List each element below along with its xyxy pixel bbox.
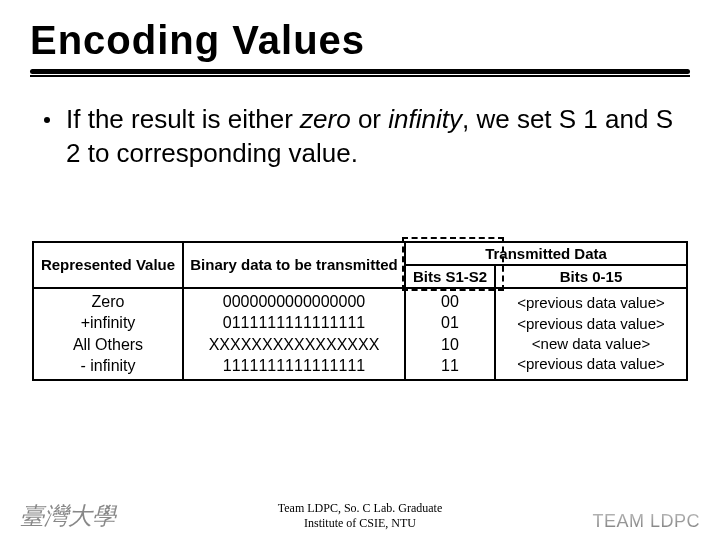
footer-bar: 臺灣大學 TEAM LDPC [0,500,720,532]
s12-2: 10 [441,334,459,356]
cell-binary: 0000000000000000 0111111111111111 XXXXXX… [183,288,405,380]
bullet-mid: or [351,104,389,134]
b015-3: <previous data value> [517,354,665,374]
bullet-italic-infinity: infinity [388,104,462,134]
s12-1: 01 [441,312,459,334]
bin-0: 0000000000000000 [223,291,365,313]
b015-0: <previous data value> [517,293,665,313]
slide-title: Encoding Values [30,18,690,63]
bin-2: XXXXXXXXXXXXXXXX [209,334,380,356]
encoding-table-wrap: Represented Value Binary data to be tran… [30,241,690,381]
bin-3: 1111111111111111 [223,355,365,377]
university-logo: 臺灣大學 [20,500,116,532]
rep-2: All Others [73,334,143,356]
rep-3: - infinity [80,355,135,377]
th-bits-0-15: Bits 0-15 [495,265,687,288]
bullet-italic-zero: zero [300,104,351,134]
bullet-text: If the result is either zero or infinity… [66,103,690,171]
encoding-table: Represented Value Binary data to be tran… [32,241,688,381]
bin-1: 0111111111111111 [223,312,365,334]
s12-0: 00 [441,291,459,313]
th-bits-s1s2: Bits S1-S2 [405,265,495,288]
title-underline [30,69,690,79]
rep-1: +infinity [81,312,136,334]
cell-s1s2: 00 01 10 11 [405,288,495,380]
bullet-prefix: If the result is either [66,104,300,134]
b015-2: <new data value> [532,334,650,354]
rep-0: Zero [92,291,125,313]
b015-1: <previous data value> [517,314,665,334]
s12-3: 11 [441,355,459,377]
th-represented: Represented Value [33,242,183,288]
bullet-dot-icon [44,117,50,123]
th-transmitted: Transmitted Data [405,242,687,265]
cell-bits015: <previous data value> <previous data val… [495,288,687,380]
th-binary: Binary data to be transmitted [183,242,405,288]
team-logo: TEAM LDPC [592,511,700,532]
bullet-item: If the result is either zero or infinity… [30,103,690,171]
cell-represented: Zero +infinity All Others - infinity [33,288,183,380]
